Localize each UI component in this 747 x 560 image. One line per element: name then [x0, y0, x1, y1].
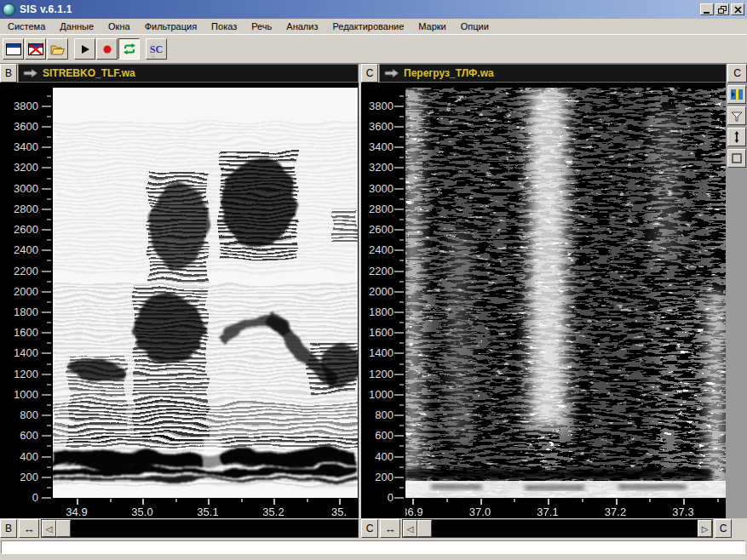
close-button[interactable]: [731, 3, 744, 15]
window-title: SIS v.6.1.1: [20, 3, 72, 15]
y-tick-label: 2000: [3, 285, 38, 298]
scrollbar-track[interactable]: [71, 520, 358, 537]
y-minor-tick: [399, 466, 404, 468]
x-minor-tick: [110, 499, 112, 502]
x-tick: [683, 499, 685, 505]
y-tick: [42, 311, 51, 313]
y-minor-tick: [47, 281, 51, 283]
x-tick: [616, 499, 618, 505]
y-tick: [42, 188, 51, 190]
panel-right-title-bar[interactable]: Перегруз_ТЛФ.wa: [379, 64, 727, 83]
close-icon: [734, 6, 742, 14]
y-tick: [394, 332, 404, 334]
x-minor-tick: [307, 499, 308, 502]
y-tick: [42, 332, 51, 334]
y-minor-tick: [47, 260, 51, 261]
scroll-left-button[interactable]: ◁: [42, 520, 56, 537]
y-minor-tick: [47, 157, 51, 158]
menu-item[interactable]: Анализ: [286, 21, 318, 31]
minimize-button[interactable]: [700, 3, 714, 15]
y-tick-label: 3400: [3, 140, 38, 153]
panel-right-body: 3800360034003200300028002600240022002000…: [361, 83, 747, 518]
y-tick-label: 800: [3, 409, 38, 421]
menu-item[interactable]: Показ: [211, 21, 237, 31]
record-icon: [102, 44, 112, 54]
x-minor-tick: [649, 499, 651, 502]
y-tick-label: 2800: [361, 203, 394, 215]
channel-label-b[interactable]: B: [0, 519, 17, 538]
vertical-scale-button[interactable]: [727, 128, 746, 146]
close-window-button[interactable]: [25, 38, 46, 60]
loop-button[interactable]: [118, 38, 140, 60]
x-tick-label: 36.9: [405, 506, 423, 518]
filter-button[interactable]: [727, 106, 746, 125]
menu-item[interactable]: Речь: [251, 21, 272, 31]
open-file-button[interactable]: [47, 38, 68, 60]
menu-item[interactable]: Фильтрация: [145, 21, 197, 31]
menu-item[interactable]: Марки: [418, 21, 445, 31]
y-tick-label: 2200: [361, 265, 394, 277]
x-tick-label: 37.1: [537, 506, 558, 518]
spectrogram-left[interactable]: [53, 88, 358, 498]
y-minor-tick: [399, 136, 404, 138]
scroll-right-button[interactable]: ▷: [698, 520, 712, 537]
new-window-icon: [6, 43, 21, 55]
y-minor-tick: [47, 219, 51, 220]
restore-button[interactable]: [715, 3, 729, 15]
scrollbar-thumb[interactable]: [417, 520, 432, 537]
y-tick-label: 1200: [3, 368, 38, 380]
x-axis-right: 36.937.037.137.237.3: [405, 498, 726, 518]
y-tick: [394, 414, 404, 416]
menu-item[interactable]: Опции: [461, 21, 489, 31]
record-button[interactable]: [96, 38, 118, 60]
x-tick-label: 37.3: [672, 506, 693, 518]
split-view-button[interactable]: [727, 85, 746, 104]
sc-button[interactable]: SC ↘: [146, 38, 167, 60]
x-minor-tick: [175, 499, 177, 502]
y-tick: [42, 435, 51, 437]
y-tick-label: 600: [361, 429, 394, 442]
horizontal-resize-button[interactable]: ↔: [19, 519, 39, 538]
y-minor-tick: [399, 425, 404, 426]
menu-item[interactable]: Система: [8, 21, 45, 31]
y-tick-label: 3400: [361, 140, 394, 153]
menu-item[interactable]: Редактирование: [332, 21, 404, 31]
panel-left-scroll-row: B ↔ ◁: [0, 518, 359, 539]
y-tick: [42, 249, 51, 251]
panel-left-title-bar[interactable]: SITREBKO_TLF.wa: [18, 64, 359, 83]
x-tick: [548, 499, 549, 505]
y-tick: [42, 271, 51, 272]
y-minor-tick: [47, 301, 51, 303]
loop-icon: [123, 43, 136, 54]
y-tick: [42, 352, 51, 354]
spectrogram-right[interactable]: [405, 88, 726, 498]
y-minor-tick: [47, 116, 51, 117]
scrollbar-track[interactable]: [432, 520, 698, 537]
x-tick-label: 35.1: [197, 506, 218, 518]
play-button[interactable]: [74, 38, 95, 60]
y-tick: [42, 477, 51, 478]
frame-button[interactable]: [727, 149, 746, 168]
channel-label-b[interactable]: B: [0, 64, 17, 83]
scrollbar-right[interactable]: ◁ ▷: [402, 519, 713, 538]
scroll-left-button[interactable]: ◁: [403, 520, 417, 537]
scrollbar-thumb[interactable]: [56, 520, 71, 537]
channel-label-c[interactable]: C: [361, 64, 378, 83]
channel-label-c[interactable]: C: [727, 64, 747, 83]
channel-label-c[interactable]: C: [715, 519, 732, 538]
y-tick-label: 1800: [3, 306, 38, 318]
scrollbar-left[interactable]: ◁: [41, 519, 359, 538]
horizontal-resize-button[interactable]: ↔: [380, 519, 400, 538]
new-window-button[interactable]: [3, 38, 24, 60]
y-tick-label: 1000: [3, 388, 38, 401]
y-tick-label: 200: [3, 471, 38, 483]
x-tick: [480, 499, 482, 505]
y-minor-tick: [399, 116, 404, 117]
channel-label-c[interactable]: C: [361, 519, 378, 538]
menu-item[interactable]: Данные: [60, 21, 94, 31]
y-tick-label: 3800: [361, 100, 394, 112]
menu-item[interactable]: Окна: [108, 21, 130, 31]
y-tick-label: 2400: [3, 243, 38, 256]
funnel-icon: [731, 111, 743, 122]
y-tick-label: 1200: [361, 368, 394, 380]
